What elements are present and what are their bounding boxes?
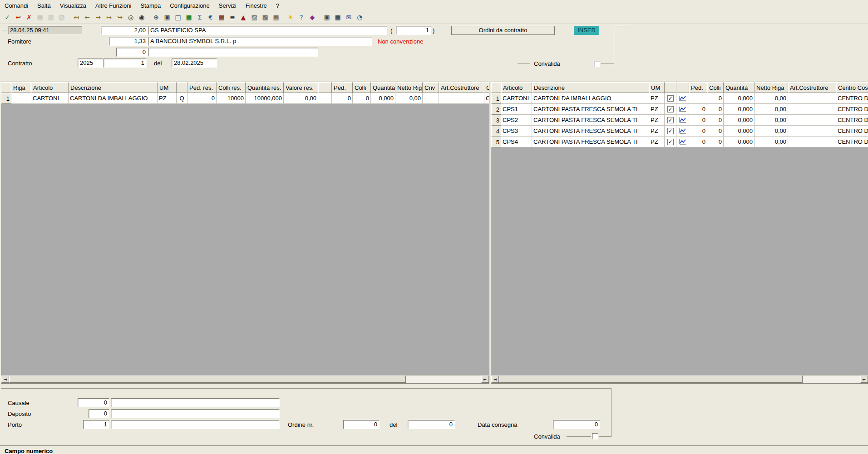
archive-icon[interactable]: ▩ (260, 12, 271, 23)
cell-articolo[interactable]: CARTONI (31, 93, 69, 104)
scroll-right-arrow-icon[interactable]: ► (860, 376, 868, 383)
preview-icon[interactable]: □ (173, 12, 183, 23)
cell-articolo[interactable]: CARTONI (501, 93, 532, 104)
cell-netto-riga[interactable]: 0,00 (395, 93, 423, 104)
cell-descrizione[interactable]: CARTONI DA IMBALLAGGIO (532, 93, 649, 104)
cell-descrizione[interactable]: CARTONI PASTA FRESCA SEMOLA TI (532, 126, 649, 137)
cell-um[interactable]: PZ (649, 115, 665, 126)
print-icon[interactable]: ▣ (162, 12, 173, 23)
scrollbar-thumb[interactable] (499, 376, 803, 383)
attachments-icon[interactable]: ⊕ (151, 12, 162, 23)
cell-check[interactable]: ✓ (665, 104, 676, 115)
table-row[interactable]: 2 CPS1 CARTONI PASTA FRESCA SEMOLA TI PZ… (491, 104, 868, 115)
copy-doc-icon[interactable]: ▥ (45, 12, 56, 23)
cell-descrizione[interactable]: CARTONI PASTA FRESCA SEMOLA TI (532, 137, 649, 147)
paste-doc-icon[interactable]: ▧ (56, 12, 67, 23)
cell-centro-costo[interactable]: CENTRO DI C (836, 104, 868, 115)
cell-um[interactable]: PZ (649, 104, 665, 115)
export-excel-icon[interactable]: ▦ (183, 12, 194, 23)
cell-colli[interactable]: 0 (707, 93, 724, 104)
menu-stampa[interactable]: Stampa (136, 1, 165, 10)
printer2-icon[interactable]: ▣ (321, 12, 332, 23)
cell-netto-riga[interactable]: 0,00 (755, 126, 788, 137)
document-value-field[interactable]: 2,00 (101, 26, 148, 35)
ordine-number2-field[interactable]: 0 (408, 420, 455, 429)
confirm-icon[interactable]: ✓ (2, 12, 13, 23)
deposito-code-field[interactable]: 0 (89, 409, 109, 418)
calculator-icon[interactable]: ▦ (332, 12, 343, 23)
cell-centro-costo[interactable]: CENTRO DI C (836, 115, 868, 126)
image-icon[interactable]: ▨ (249, 12, 260, 23)
row-checkbox[interactable]: ✓ (667, 128, 674, 134)
cell-articolo[interactable]: CPS4 (501, 137, 532, 147)
document-datetime-field[interactable]: 28.04.25 09:41 (8, 26, 82, 35)
menu-altre-funzioni[interactable]: Altre Funzioni (91, 1, 136, 10)
tag-icon[interactable]: ◆ (307, 12, 318, 23)
cell-um[interactable]: PZ (649, 126, 665, 137)
goto-last-icon[interactable]: ↦ (104, 12, 114, 23)
cell-check[interactable]: ✓ (665, 115, 676, 126)
fornitore-code-field[interactable]: 1,33 (109, 37, 148, 46)
search-next-icon[interactable]: ◉ (136, 12, 147, 23)
row-checkbox[interactable]: ✓ (667, 95, 674, 102)
cell-colli[interactable]: 0 (707, 126, 724, 137)
menu-finestre[interactable]: Finestre (241, 1, 271, 10)
lamp-icon[interactable]: ☀ (285, 12, 296, 23)
cell-quantita[interactable]: 0,000 (724, 126, 755, 137)
cell-chart[interactable] (676, 104, 689, 115)
table-row[interactable]: 4 CPS3 CARTONI PASTA FRESCA SEMOLA TI PZ… (491, 126, 868, 137)
mail-icon[interactable]: ✉ (343, 12, 354, 23)
cell-quantita[interactable]: 0,000 (724, 93, 755, 104)
causale-desc-field[interactable] (111, 398, 280, 407)
cell-colli[interactable]: 0 (707, 104, 724, 115)
cell-centro-costo[interactable]: CENTRO DI C (836, 126, 868, 137)
causale-code-field[interactable]: 0 (78, 398, 109, 407)
cancel-icon[interactable]: ✗ (24, 12, 35, 23)
table-row[interactable]: 5 CPS4 CARTONI PASTA FRESCA SEMOLA TI PZ… (491, 137, 868, 147)
data-consegna-field[interactable]: 0 (553, 420, 600, 429)
cell-art-costruttore[interactable] (788, 126, 836, 137)
cell-quantita[interactable]: 0,000 (371, 93, 395, 104)
scroll-left-arrow-icon[interactable]: ◄ (1, 376, 9, 383)
cell-netto-riga[interactable]: 0,00 (755, 93, 788, 104)
scrollbar-thumb[interactable] (9, 376, 406, 383)
cell-centro-costo[interactable]: CENTRO DI C (836, 93, 868, 104)
goto-first-icon[interactable]: ↤ (71, 12, 82, 23)
world-icon[interactable]: ◔ (354, 12, 365, 23)
convalida-bottom-checkbox[interactable] (592, 433, 598, 439)
cell-netto-riga[interactable]: 0,00 (755, 137, 788, 147)
scroll-left-arrow-icon[interactable]: ◄ (491, 376, 499, 383)
stats-icon[interactable]: ▲ (238, 12, 249, 23)
cell-chart[interactable] (676, 137, 689, 147)
cell-flag[interactable]: Q (177, 93, 187, 104)
menu-comandi[interactable]: Comandi (0, 1, 33, 10)
deposito-desc-field[interactable] (111, 409, 280, 418)
cell-art-costruttore[interactable] (788, 115, 836, 126)
menu-help[interactable]: ? (271, 1, 284, 10)
euro-icon[interactable]: € (205, 12, 216, 23)
cell-chart[interactable] (676, 126, 689, 137)
table-row[interactable]: 1 CARTONI CARTONI DA IMBALLAGGIO PZ ✓ 0 … (491, 93, 868, 104)
cell-centro-costo[interactable]: CENTRO DI C (836, 137, 868, 147)
cell-colli[interactable]: 0 (353, 93, 371, 104)
scrollbar-track[interactable] (9, 376, 481, 383)
cell-quantita-res[interactable]: 10000,000 (246, 93, 284, 104)
menu-visualizza[interactable]: Visualizza (55, 1, 91, 10)
list-icon[interactable]: ≡ (227, 12, 238, 23)
cell-ped[interactable]: 0 (689, 126, 707, 137)
cell-descrizione[interactable]: CARTONI PASTA FRESCA SEMOLA TI (532, 104, 649, 115)
row-checkbox[interactable]: ✓ (667, 139, 674, 145)
cell-descrizione[interactable]: CARTONI DA IMBALLAGGIO (69, 93, 158, 104)
copies-field[interactable]: 1 (396, 26, 431, 35)
cell-ped-res[interactable]: 0 (187, 93, 217, 104)
cell-riga[interactable]: 1 (11, 93, 31, 104)
cell-um[interactable]: PZ (158, 93, 177, 104)
cell-ped[interactable]: 0 (689, 137, 707, 147)
extra-desc-field[interactable] (148, 48, 318, 57)
cell-quantita[interactable]: 0,000 (724, 137, 755, 147)
row-checkbox[interactable]: ✓ (667, 117, 674, 123)
cell-cnv[interactable] (423, 93, 439, 104)
goto-next-icon[interactable]: → (93, 12, 104, 23)
cell-articolo[interactable]: CPS1 (501, 104, 532, 115)
menu-servizi[interactable]: Servizi (214, 1, 241, 10)
